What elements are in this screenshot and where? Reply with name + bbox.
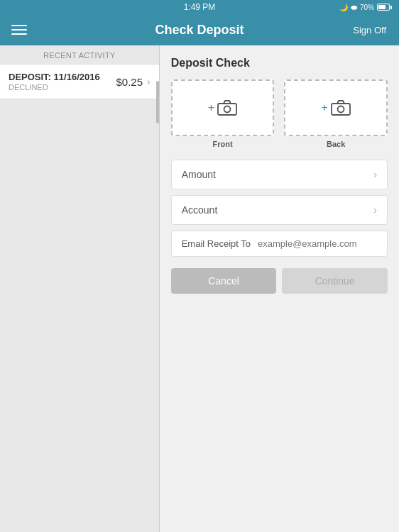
deposit-date: 11/16/2016 bbox=[54, 72, 100, 82]
email-receipt-label: Email Receipt To bbox=[182, 238, 251, 249]
moon-icon: 🌙 bbox=[339, 4, 348, 11]
account-field[interactable]: Account › bbox=[171, 195, 388, 225]
deposit-amount: $0.25 bbox=[116, 76, 143, 88]
email-input[interactable] bbox=[258, 238, 377, 249]
svg-rect-0 bbox=[218, 104, 236, 115]
account-label: Account bbox=[182, 204, 218, 216]
front-photo-upload[interactable]: + bbox=[171, 79, 275, 136]
deposit-chevron-icon: › bbox=[147, 76, 151, 87]
deposit-title: DEPOSIT: 11/16/2016 bbox=[9, 72, 116, 82]
recent-activity-label: RECENT ACTIVITY bbox=[0, 45, 159, 64]
photo-upload-row: + Front + B bbox=[171, 79, 388, 148]
right-panel: Deposit Check + Front + bbox=[160, 45, 399, 532]
back-photo-upload[interactable]: + bbox=[284, 79, 388, 136]
action-buttons-row: Cancel Continue bbox=[171, 268, 388, 294]
sign-off-button[interactable]: Sign Off bbox=[349, 22, 390, 38]
front-camera-icon bbox=[217, 100, 237, 116]
page-title: Check Deposit bbox=[155, 23, 244, 38]
front-plus-icon: + bbox=[208, 101, 214, 114]
deposit-prefix: DEPOSIT: bbox=[9, 72, 51, 82]
hamburger-line-1 bbox=[11, 25, 27, 26]
front-photo-box: + Front bbox=[171, 79, 275, 148]
svg-rect-2 bbox=[332, 104, 350, 115]
hamburger-line-2 bbox=[11, 29, 27, 31]
deposit-check-title: Deposit Check bbox=[171, 57, 388, 70]
amount-chevron-icon: › bbox=[373, 169, 377, 180]
left-panel: RECENT ACTIVITY DEPOSIT: 11/16/2016 DECL… bbox=[0, 45, 160, 532]
hamburger-menu-button[interactable] bbox=[9, 22, 30, 38]
svg-point-3 bbox=[337, 106, 344, 113]
cancel-button[interactable]: Cancel bbox=[171, 268, 277, 294]
account-chevron-icon: › bbox=[373, 204, 377, 216]
status-bar: 1:49 PM 🌙 ⬬ 70% bbox=[0, 0, 399, 14]
back-plus-icon: + bbox=[322, 101, 328, 114]
amount-field[interactable]: Amount › bbox=[171, 160, 388, 189]
status-icons: 🌙 ⬬ 70% bbox=[339, 3, 392, 12]
scroll-indicator bbox=[156, 81, 159, 123]
continue-button[interactable]: Continue bbox=[282, 268, 388, 294]
front-label: Front bbox=[212, 140, 232, 148]
hamburger-line-3 bbox=[11, 33, 27, 35]
svg-point-1 bbox=[224, 106, 231, 113]
back-label: Back bbox=[327, 140, 345, 148]
battery-icon bbox=[377, 4, 392, 11]
battery-percent: 70% bbox=[360, 4, 374, 11]
email-receipt-row: Email Receipt To bbox=[171, 231, 388, 257]
back-photo-box: + Back bbox=[284, 79, 388, 148]
status-time: 1:49 PM bbox=[184, 2, 216, 12]
deposit-list-item[interactable]: DEPOSIT: 11/16/2016 DECLINED $0.25 › bbox=[0, 64, 159, 99]
back-camera-icon bbox=[331, 100, 351, 116]
bluetooth-icon: ⬬ bbox=[351, 3, 357, 12]
app-header: Check Deposit Sign Off bbox=[0, 14, 399, 45]
amount-label: Amount bbox=[182, 169, 216, 180]
deposit-info: DEPOSIT: 11/16/2016 DECLINED bbox=[9, 72, 116, 92]
deposit-status: DECLINED bbox=[9, 83, 116, 92]
main-layout: RECENT ACTIVITY DEPOSIT: 11/16/2016 DECL… bbox=[0, 45, 399, 532]
